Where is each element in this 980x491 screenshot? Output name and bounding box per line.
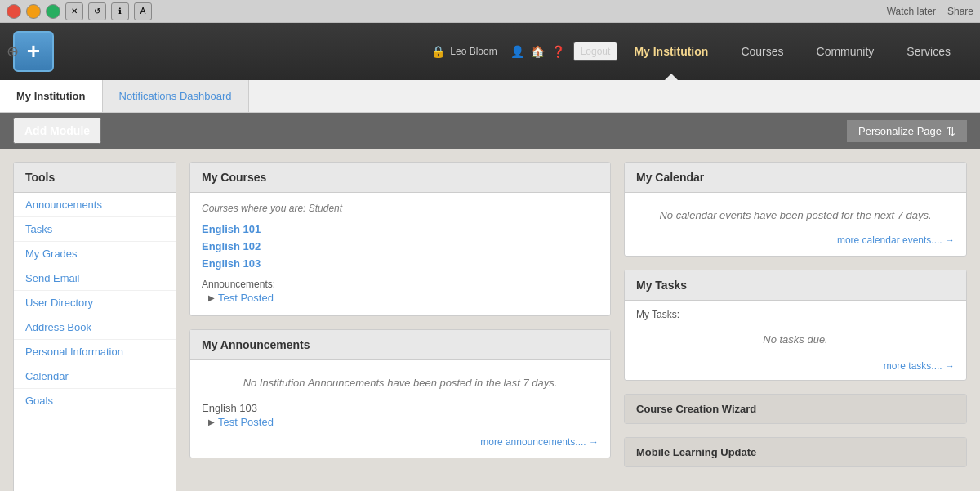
nav-links: My Institution Courses Community Service… xyxy=(617,23,967,80)
header-icons: 👤 🏠 ❓ xyxy=(510,45,565,58)
add-module-button[interactable]: Add Module xyxy=(13,118,101,144)
tool-goals[interactable]: Goals xyxy=(14,389,176,413)
my-tasks-header: My Tasks xyxy=(625,270,966,301)
nav-courses[interactable]: Courses xyxy=(724,23,800,80)
tools-panel: Tools Announcements Tasks My Grades Send… xyxy=(13,162,176,491)
username: Leo Bloom xyxy=(450,46,497,57)
course-english-101[interactable]: English 101 xyxy=(202,221,599,238)
browser-icon-1[interactable]: ✕ xyxy=(65,2,83,20)
minimize-btn[interactable] xyxy=(26,4,41,19)
more-tasks-link[interactable]: more tasks.... → xyxy=(636,360,955,372)
more-calendar-link[interactable]: more calendar events.... → xyxy=(636,234,955,246)
no-tasks-msg: No tasks due. xyxy=(636,325,955,354)
course-creation-header: Course Creation Wizard xyxy=(625,395,966,423)
main-header: ⊕ + 🔒 Leo Bloom 👤 🏠 ❓ Logout My Institut… xyxy=(0,23,980,80)
mobile-learning-header: Mobile Learning Update xyxy=(625,438,966,466)
home-icon[interactable]: 🏠 xyxy=(531,45,545,58)
nav-right: 🔒 Leo Bloom 👤 🏠 ❓ Logout My Institution … xyxy=(431,23,967,80)
more-announcements-link[interactable]: more announcements.... → xyxy=(202,436,599,448)
help-icon[interactable]: ❓ xyxy=(551,45,565,58)
module-bar: Add Module Personalize Page ⇅ xyxy=(0,113,980,149)
tools-header: Tools xyxy=(14,163,176,193)
lock-icon: 🔒 xyxy=(431,45,445,58)
course-english-103[interactable]: English 103 xyxy=(202,255,599,272)
logout-button[interactable]: Logout xyxy=(573,42,618,61)
close-btn[interactable] xyxy=(7,4,21,19)
right-panels: My Calendar No calendar events have been… xyxy=(624,162,967,491)
tab-notifications-dashboard[interactable]: Notifications Dashboard xyxy=(103,80,249,112)
tool-my-grades[interactable]: My Grades xyxy=(14,242,176,266)
tab-bar: My Institution Notifications Dashboard xyxy=(0,80,980,113)
announcements-label: Announcements: xyxy=(202,279,599,290)
course-creation-panel[interactable]: Course Creation Wizard xyxy=(624,394,967,424)
no-calendar-msg: No calendar events have been posted for … xyxy=(636,203,955,228)
chevron-right-icon-2: ▶ xyxy=(208,417,215,426)
tool-user-directory[interactable]: User Directory xyxy=(14,291,176,315)
my-announcements-body: No Institution Announcements have been p… xyxy=(190,360,610,458)
courses-meta: Courses where you are: Student xyxy=(202,203,599,214)
my-tasks-content: My Tasks: No tasks due. more tasks.... → xyxy=(625,301,966,380)
move-icon: ⊕ xyxy=(7,42,19,60)
tool-address-book[interactable]: Address Book xyxy=(14,315,176,340)
sort-icon: ⇅ xyxy=(947,125,956,137)
course-announcement-text: Test Posted xyxy=(218,292,274,304)
tool-calendar[interactable]: Calendar xyxy=(14,364,176,389)
course-english-102[interactable]: English 102 xyxy=(202,238,599,255)
browser-icon-2[interactable]: ↺ xyxy=(88,2,106,20)
middle-panels: My Courses Courses where you are: Studen… xyxy=(189,162,611,491)
announcement-item[interactable]: ▶ Test Posted xyxy=(202,414,599,430)
my-calendar-body: No calendar events have been posted for … xyxy=(625,193,966,256)
tasks-label: My Tasks: xyxy=(636,309,955,320)
my-calendar-header: My Calendar xyxy=(625,163,966,193)
tool-send-email[interactable]: Send Email xyxy=(14,266,176,291)
nav-my-institution[interactable]: My Institution xyxy=(617,23,724,80)
mobile-learning-panel[interactable]: Mobile Learning Update xyxy=(624,437,967,467)
my-announcements-panel: My Announcements No Institution Announce… xyxy=(189,329,611,458)
my-calendar-panel: My Calendar No calendar events have been… xyxy=(624,162,967,257)
personalize-label: Personalize Page xyxy=(858,125,942,137)
chevron-right-icon: ▶ xyxy=(208,293,215,302)
add-button[interactable]: + xyxy=(13,31,54,72)
person-icon[interactable]: 👤 xyxy=(510,45,524,58)
nav-community[interactable]: Community xyxy=(800,23,891,80)
announcement-course-label: English 103 xyxy=(202,402,599,414)
my-courses-panel: My Courses Courses where you are: Studen… xyxy=(189,162,611,316)
nav-services[interactable]: Services xyxy=(890,23,967,80)
announcement-text: Test Posted xyxy=(218,416,274,428)
maximize-btn[interactable] xyxy=(46,4,60,19)
my-tasks-panel: My Tasks My Tasks: No tasks due. more ta… xyxy=(624,270,967,381)
tool-tasks[interactable]: Tasks xyxy=(14,217,176,242)
my-announcements-header: My Announcements xyxy=(190,330,610,360)
my-courses-body: Courses where you are: Student English 1… xyxy=(190,193,610,315)
tool-personal-information[interactable]: Personal Information xyxy=(14,340,176,364)
user-info: 🔒 Leo Bloom xyxy=(431,45,497,58)
browser-icon-3[interactable]: ℹ xyxy=(111,2,129,20)
my-courses-header: My Courses xyxy=(190,163,610,193)
watchlater-share-text: Watch later xyxy=(887,6,936,17)
personalize-page-button[interactable]: Personalize Page ⇅ xyxy=(847,120,967,142)
tab-my-institution[interactable]: My Institution xyxy=(0,80,103,112)
tool-announcements[interactable]: Announcements xyxy=(14,193,176,217)
no-announcements-msg: No Institution Announcements have been p… xyxy=(202,370,599,395)
course-announcement-item[interactable]: ▶ Test Posted xyxy=(202,290,599,306)
content-area: Tools Announcements Tasks My Grades Send… xyxy=(0,149,980,491)
share-text: Share xyxy=(947,6,973,17)
browser-bar: ✕ ↺ ℹ A Watch later Share xyxy=(0,0,980,23)
browser-icon-4[interactable]: A xyxy=(134,2,152,20)
